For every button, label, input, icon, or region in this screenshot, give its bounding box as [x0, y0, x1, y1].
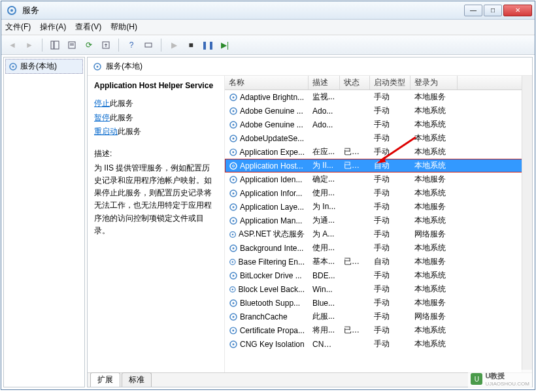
service-logon: 本地系统 — [410, 105, 458, 116]
svg-point-22 — [232, 151, 234, 153]
service-name: Bluetooth Supp... — [240, 299, 300, 308]
list-body[interactable]: Adaptive Brightn...监视...手动本地服务Adobe Genu… — [225, 90, 532, 372]
svg-point-18 — [233, 123, 235, 125]
svg-point-20 — [233, 137, 235, 139]
service-row[interactable]: Application Infor...使用...手动本地系统 — [225, 186, 532, 200]
service-name: Block Level Back... — [239, 285, 305, 294]
pause-service-button[interactable]: ❚❚ — [201, 38, 215, 52]
service-startup: 手动 — [370, 325, 410, 336]
export-button[interactable] — [99, 38, 113, 52]
svg-point-40 — [233, 274, 235, 276]
svg-point-44 — [233, 302, 235, 304]
svg-point-50 — [233, 343, 235, 345]
gear-icon — [229, 175, 238, 184]
refresh-button[interactable]: ⟳ — [82, 38, 96, 52]
service-desc: 使用... — [309, 242, 340, 253]
description-text: 为 IIS 提供管理服务，例如配置历史记录和应用程序池帐户映射。如果停止此服务，… — [94, 162, 218, 237]
service-logon: 本地系统 — [410, 338, 458, 350]
service-name: BranchCache — [240, 312, 288, 321]
service-desc: 为 In... — [309, 201, 340, 212]
properties-button[interactable] — [65, 38, 79, 52]
gear-icon — [229, 285, 237, 294]
window-title: 服务 — [22, 5, 464, 16]
service-row[interactable]: CNG Key IsolationCNG...手动本地系统 — [225, 337, 532, 351]
column-status[interactable]: 状态 — [340, 76, 370, 90]
column-startup[interactable]: 启动类型 — [370, 76, 410, 90]
service-row[interactable]: Adobe Genuine ...Ado...手动本地系统 — [225, 118, 532, 131]
restart-service-button[interactable]: ▶| — [218, 38, 232, 52]
service-row[interactable]: Application Iden...确定...手动本地服务 — [225, 172, 532, 186]
service-row[interactable]: Application Host...为 II...已启动自动本地系统 — [225, 159, 532, 172]
service-row[interactable]: Certificate Propa...将用...已启动手动本地系统 — [225, 323, 532, 337]
stop-service-button[interactable]: ■ — [184, 38, 198, 52]
list-header: 名称 描述 状态 启动类型 登录为 — [225, 76, 532, 90]
service-logon: 本地系统 — [410, 215, 458, 226]
tree-root-item[interactable]: 服务(本地) — [5, 59, 83, 74]
column-name[interactable]: 名称 — [225, 76, 309, 90]
service-row[interactable]: Background Inte...使用...手动本地系统 — [225, 241, 532, 255]
svg-point-16 — [233, 110, 235, 112]
service-desc: 为 A... — [309, 229, 340, 240]
svg-rect-3 — [54, 41, 59, 49]
service-logon: 本地系统 — [410, 242, 458, 253]
tree-root-label: 服务(本地) — [20, 61, 57, 72]
toolbar-separator — [161, 39, 161, 52]
view-tabs: 扩展 标准 — [88, 372, 532, 387]
pause-link[interactable]: 暂停 — [94, 113, 110, 122]
tab-extended[interactable]: 扩展 — [90, 372, 120, 387]
column-desc[interactable]: 描述 — [309, 76, 340, 90]
service-name: Application Expe... — [240, 148, 305, 157]
help-button[interactable]: ? — [124, 38, 139, 52]
service-name: Adaptive Brightn... — [240, 93, 304, 102]
service-desc: 为通... — [309, 215, 340, 226]
show-hide-tree-button[interactable] — [48, 38, 62, 52]
menu-file[interactable]: 文件(F) — [5, 22, 31, 33]
svg-point-30 — [233, 206, 235, 208]
service-desc: CNG... — [309, 340, 340, 349]
minimize-button[interactable]: — — [464, 5, 482, 16]
service-row[interactable]: AdobeUpdateSe...手动本地系统 — [225, 131, 532, 145]
service-row[interactable]: Adaptive Brightn...监视...手动本地服务 — [225, 90, 532, 104]
menu-view[interactable]: 查看(V) — [75, 22, 101, 33]
gear-icon — [229, 148, 238, 157]
service-startup: 手动 — [370, 201, 410, 212]
maximize-button[interactable]: □ — [484, 5, 502, 16]
column-logon[interactable]: 登录为 — [410, 76, 458, 90]
service-name: Application Iden... — [240, 175, 302, 184]
gear-icon — [229, 161, 238, 171]
service-row[interactable]: Adobe Genuine ...Ado...手动本地系统 — [225, 104, 532, 118]
service-startup: 手动 — [370, 105, 410, 116]
svg-point-10 — [12, 65, 14, 67]
service-row[interactable]: Application Expe...在应...已启动手动本地系统 — [225, 145, 532, 159]
service-row[interactable]: BitLocker Drive ...BDE...手动本地系统 — [225, 269, 532, 282]
tab-standard[interactable]: 标准 — [122, 372, 152, 387]
service-name: Application Man... — [240, 216, 302, 225]
menu-help[interactable]: 帮助(H) — [110, 22, 137, 33]
menu-action[interactable]: 操作(A) — [40, 22, 66, 33]
restart-link[interactable]: 重启动 — [94, 127, 118, 136]
service-startup: 手动 — [370, 311, 410, 322]
gear-icon — [229, 134, 238, 143]
svg-point-14 — [233, 96, 235, 98]
service-name: Application Host... — [240, 161, 303, 171]
service-row[interactable]: Base Filtering En...基本...已启动自动本地服务 — [225, 255, 532, 269]
close-button[interactable]: ✕ — [503, 5, 532, 16]
service-row[interactable]: ASP.NET 状态服务为 A...手动网络服务 — [225, 227, 532, 241]
service-row[interactable]: Block Level Back...Win...手动本地系统 — [225, 282, 532, 296]
service-row[interactable]: Bluetooth Supp...Blue...手动本地服务 — [225, 296, 532, 310]
service-row[interactable]: BranchCache此服...手动网络服务 — [225, 310, 532, 323]
service-name: AdobeUpdateSe... — [240, 134, 304, 143]
watermark-url: UJIAOSHOU.COM — [485, 381, 529, 387]
toolbar-button[interactable] — [141, 38, 156, 52]
toolbar: ◄ ► ⟳ ? ▶ ■ ❚❚ ▶| — [1, 35, 535, 55]
vertical-scrollbar[interactable] — [522, 76, 532, 372]
service-logon: 本地服务 — [410, 297, 458, 308]
service-desc: 为 II... — [309, 160, 340, 171]
service-logon: 本地服务 — [410, 201, 458, 212]
service-row[interactable]: Application Laye...为 In...手动本地服务 — [225, 200, 532, 214]
body-area: 服务(本地) 服务(本地) Application Host Helper Se… — [1, 55, 535, 389]
stop-link[interactable]: 停止 — [94, 99, 110, 108]
service-name: Certificate Propa... — [240, 326, 305, 335]
service-startup: 手动 — [370, 242, 410, 253]
service-row[interactable]: Application Man...为通...手动本地系统 — [225, 214, 532, 227]
